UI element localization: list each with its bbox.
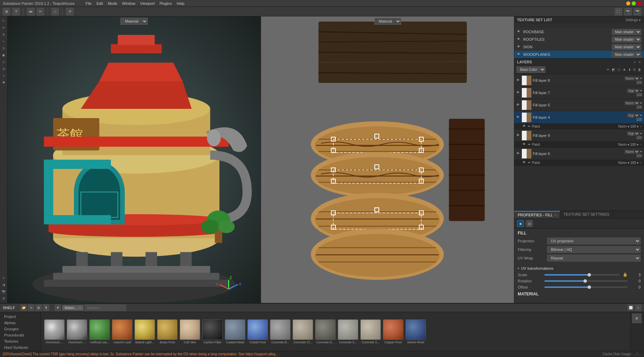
fill-tool[interactable]: ▣ <box>1 52 7 58</box>
close-layers-button[interactable]: × <box>638 60 641 64</box>
shelf-item-aluminium-light[interactable]: Aluminium ... <box>44 319 65 344</box>
add-effect-button[interactable]: ★ <box>622 68 627 72</box>
layer-item-fill7[interactable]: 👁 Fill layer 7 Slgt ▾ 100 <box>514 87 644 99</box>
visibility-icon-sign[interactable]: 👁 <box>517 45 521 49</box>
visibility-icon-rooftiles[interactable]: 👁 <box>517 37 521 41</box>
material-properties-icon[interactable]: ◎ <box>526 220 533 227</box>
square-button[interactable]: □ <box>51 8 59 15</box>
shelf-nav-textures[interactable]: Textures <box>0 338 41 344</box>
viewport-uv-mode-dropdown[interactable]: Material UV <box>374 18 401 25</box>
paint-layer-button[interactable]: ✏ <box>606 68 610 72</box>
shelf-folder-button[interactable]: 📁 <box>21 305 27 311</box>
import-resource-button[interactable]: ⬇ <box>628 68 632 72</box>
rotation-slider-track[interactable] <box>544 280 628 282</box>
viewport-uv[interactable]: Material UV <box>260 16 514 303</box>
paint-delete-fill6[interactable]: × <box>640 161 642 165</box>
shelf-item-concrete-s2[interactable]: Concrete S... <box>360 319 381 344</box>
camera-btn[interactable]: 📷 <box>1 289 7 295</box>
visibility-fill7[interactable]: 👁 <box>516 91 520 95</box>
shelf-search-input[interactable] <box>85 305 126 311</box>
blend-mode-fill8[interactable]: Norm <box>624 76 640 81</box>
erase-tool[interactable]: ⊘ <box>1 31 7 38</box>
offset-slider-handle[interactable] <box>588 285 591 289</box>
viewport-3d[interactable]: Material Albedo Normals <box>8 16 260 303</box>
visibility-fill8[interactable]: 👁 <box>516 78 520 82</box>
shader-dropdown-sign[interactable]: Main shader <box>612 44 641 50</box>
display-btn[interactable]: ◑ <box>1 282 7 288</box>
shelf-item-autumn-leaf[interactable]: Autumn Leaf <box>112 319 133 344</box>
visibility-paint-fill6[interactable]: 👁 <box>523 161 527 165</box>
blend-mode-fill4[interactable]: Slgt <box>627 113 640 118</box>
menu-help[interactable]: Help <box>177 1 184 5</box>
texture-set-item-rockbase[interactable]: 👁 ROCKBASE Main shader <box>514 28 644 36</box>
tab-close-properties[interactable]: × <box>554 213 556 217</box>
paint-tool[interactable]: ✏ <box>1 25 7 31</box>
shelf-item-brass-pure[interactable]: Brass Pure <box>157 319 178 344</box>
texture-set-item-rooftiles[interactable]: 👁 ROOFTILES Main shader <box>514 36 644 43</box>
shelf-item-baked-light[interactable]: Baked Light... <box>134 319 155 344</box>
select-tool[interactable]: ↖ <box>1 18 7 24</box>
menu-window[interactable]: Window <box>122 1 135 5</box>
grid-view-button[interactable]: ⊞ <box>3 8 10 15</box>
clone-tool[interactable]: ⎘ <box>1 45 7 51</box>
blend-mode-fill6[interactable]: Norm <box>624 150 640 154</box>
menu-mode[interactable]: Mode <box>108 1 117 5</box>
shader-dropdown-rooftiles[interactable]: Main shader <box>612 37 641 42</box>
annotation-tool[interactable]: ✱ <box>1 79 7 86</box>
shelf-item-concrete-s1[interactable]: Concrete S... <box>337 319 359 344</box>
skip-back-button[interactable]: ⏮ <box>27 8 35 15</box>
add-mask-button[interactable]: ⬡ <box>617 68 621 72</box>
menu-edit[interactable]: Edit <box>96 1 103 5</box>
layer-item-fill6[interactable]: 👁 Fill layer 6 Norm ▾ 100 <box>514 148 644 160</box>
visibility-paint-fill9[interactable]: 👁 <box>523 142 527 146</box>
shelf-nav-alphas[interactable]: Alphas <box>0 320 41 326</box>
layer-item-fill8[interactable]: 👁 Fill layer 8 Norm ▾ 100 <box>514 74 644 87</box>
layer-item-fill9[interactable]: 👁 Fill layer 9 Slgt ▾ 100 <box>514 129 644 142</box>
layers-btn[interactable]: ≡ <box>1 275 7 281</box>
fill-properties-icon[interactable]: ■ <box>517 220 524 227</box>
shelf-item-concrete-b[interactable]: Concrete B... <box>270 319 291 344</box>
shelf-item-concrete-d[interactable]: Concrete D... <box>315 319 336 344</box>
settings-btn-left[interactable]: ⚙ <box>1 295 7 302</box>
viewport-mode-button[interactable]: 📷 <box>624 8 632 15</box>
camera-toggle-button[interactable]: ⛶ <box>615 8 622 15</box>
refresh-button[interactable]: ↺ <box>66 8 74 15</box>
visibility-icon-rockbase[interactable]: 👁 <box>517 30 521 34</box>
visibility-fill6[interactable]: 👁 <box>516 152 520 156</box>
texture-set-item-woodplanks[interactable]: 👁 WOODPLANKS Main shader <box>514 51 644 58</box>
add-layer-button[interactable]: + <box>633 60 636 64</box>
shelf-active-filter-tag[interactable]: Materi... × <box>62 305 83 310</box>
visibility-fill9[interactable]: 👁 <box>516 133 520 138</box>
menu-file[interactable]: File <box>86 1 92 5</box>
cut-button[interactable]: ✂ <box>37 8 44 15</box>
channel-selector-dropdown[interactable]: Base Color Roughness Metallic Normal <box>516 66 545 73</box>
paint-delete-fill4[interactable]: × <box>640 125 642 128</box>
screenshot-button[interactable]: 📸 <box>634 8 641 15</box>
visibility-paint-fill4[interactable]: 👁 <box>523 124 527 128</box>
fill-layer-button[interactable]: ◩ <box>611 68 616 72</box>
shelf-item-concrete-cl[interactable]: Concrete Cl... <box>292 319 313 344</box>
shelf-item-copper-pure[interactable]: Copper Pure <box>383 319 404 344</box>
blend-mode-fill9[interactable]: Slgt <box>627 131 640 136</box>
shelf-import-button[interactable]: ⬆ <box>43 305 49 311</box>
dots-view-button[interactable]: ⠿ <box>12 8 20 15</box>
visibility-fill4[interactable]: 👁 <box>516 115 520 119</box>
viewport-3d-mode-dropdown[interactable]: Material Albedo Normals <box>120 18 147 25</box>
shelf-tag-close-icon[interactable]: × <box>79 306 81 310</box>
filtering-dropdown[interactable]: Bilinear | HQ Nearest Bilinear <box>547 246 641 253</box>
shelf-window-button[interactable]: ⬜ <box>628 305 634 311</box>
delete-layer-button[interactable]: 🗑 <box>637 68 642 72</box>
scale-lock-icon[interactable]: 🔒 <box>623 272 628 277</box>
rotation-slider-handle[interactable] <box>583 279 587 283</box>
shelf-list-button[interactable]: ≡ <box>28 305 34 311</box>
offset-slider-track[interactable] <box>544 286 628 288</box>
tab-texture-set-settings[interactable]: TEXTURE SET SETTINGS <box>560 211 613 218</box>
polygon-fill-tool[interactable]: ⬡ <box>1 59 7 65</box>
shelf-nav-hard-surfaces[interactable]: Hard Surfaces <box>0 344 41 350</box>
shelf-grid-button[interactable]: ⊞ <box>36 305 42 311</box>
paint-sublayer-fill6[interactable]: 👁 ✏ Paint Norm ▾ 100 ▾ × <box>514 160 644 166</box>
scale-slider-track[interactable] <box>544 274 620 276</box>
shader-dropdown-rockbase[interactable]: Main shader <box>612 29 641 35</box>
texture-set-item-sign[interactable]: 👁 SIGN Main shader <box>514 43 644 51</box>
shelf-item-denim-rivet[interactable]: Denim Rivet <box>405 319 426 344</box>
